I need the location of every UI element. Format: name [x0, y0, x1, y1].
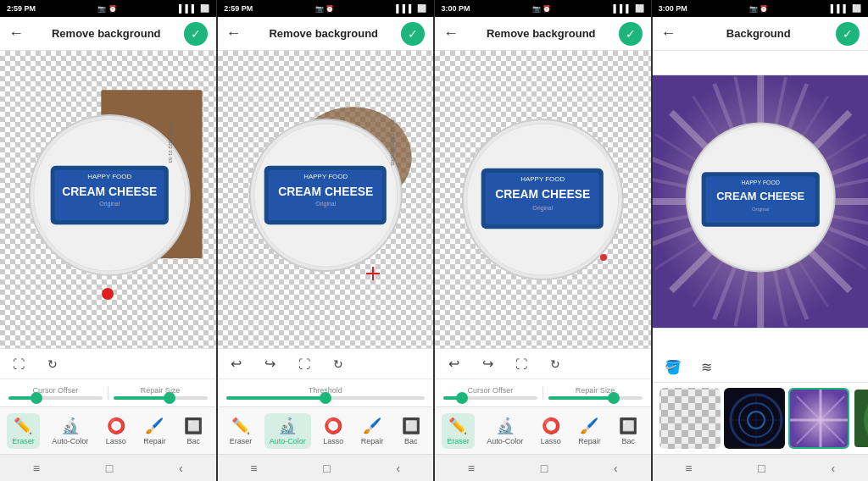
- slider-divider-3: [542, 386, 543, 400]
- tool-repair-3[interactable]: 🖌️ Repair: [573, 413, 606, 449]
- icons-4: 📷 ⏰: [749, 5, 768, 13]
- bottom-back-2[interactable]: ‹: [379, 458, 417, 478]
- icon-toolbar-3: ↩ ↪ ⛶ ↻: [435, 349, 651, 379]
- icons-1: 📷 ⏰: [97, 5, 116, 13]
- paint-bucket-btn[interactable]: 🪣: [661, 356, 685, 379]
- slider-threshold-track-2[interactable]: [226, 396, 426, 400]
- expand-btn-3[interactable]: ⛶: [509, 352, 533, 376]
- dark-spiral-svg: [726, 390, 785, 449]
- slider-repair-3: Repair Size: [548, 386, 643, 400]
- pattern-btn[interactable]: ≋: [695, 356, 719, 379]
- rotate-btn-3[interactable]: ↻: [543, 352, 567, 376]
- bg-thumb-purple-spiky[interactable]: [788, 388, 849, 449]
- tool-eraser-2[interactable]: ✏️ Eraser: [225, 413, 258, 449]
- panel-2-canvas[interactable]: CREAM CHEESE Original HAPPY FOOD 15:12 C…: [218, 51, 434, 348]
- icons-3: 📷 ⏰: [532, 5, 551, 13]
- tool-repair-1[interactable]: 🖌️ Repair: [138, 413, 171, 449]
- confirm-btn-1[interactable]: ✓: [184, 22, 208, 46]
- tool-lasso-1[interactable]: ⭕ Lasso: [101, 413, 131, 449]
- bottom-nav-1: ≡ □ ‹: [0, 454, 216, 481]
- time-1: 2:59 PM: [7, 4, 36, 13]
- bottom-home-2[interactable]: □: [306, 458, 347, 478]
- undo-btn-3[interactable]: ↩: [442, 352, 465, 376]
- rotate-btn-2[interactable]: ↻: [326, 352, 350, 376]
- redo-btn-2[interactable]: ↪: [259, 352, 282, 376]
- green-leaf-svg: [854, 390, 869, 449]
- slider-threshold-thumb-2[interactable]: [320, 392, 331, 404]
- eraser-label-2: Eraser: [230, 437, 253, 445]
- slider-repair-track-1[interactable]: [114, 396, 208, 400]
- repair-icon-1: 🖌️: [145, 417, 164, 435]
- eraser-icon-1: ✏️: [14, 417, 32, 435]
- slider-repair-fill-1: [114, 396, 170, 400]
- svg-text:HAPPY FOOD: HAPPY FOOD: [87, 173, 131, 180]
- slider-cursor-thumb-1[interactable]: [31, 392, 42, 404]
- slider-repair-label-3: Repair Size: [548, 386, 643, 395]
- repair-label-2: Repair: [361, 437, 384, 445]
- confirm-btn-3[interactable]: ✓: [619, 22, 643, 46]
- slider-cursor-track-3[interactable]: [443, 396, 537, 400]
- bottom-home-4[interactable]: □: [741, 458, 782, 478]
- svg-text:15:12  CE2020/06/65: 15:12 CE2020/06/65: [389, 119, 394, 166]
- battery-2: ▌▌▌ ⬜: [396, 4, 426, 13]
- tool-repair-2[interactable]: 🖌️ Repair: [356, 413, 389, 449]
- slider-repair-thumb-1[interactable]: [164, 392, 175, 404]
- bottom-back-4[interactable]: ‹: [814, 458, 852, 478]
- bac-icon-2: 🔲: [402, 417, 420, 435]
- redo-btn-3[interactable]: ↪: [476, 352, 499, 376]
- back-btn-2[interactable]: ←: [226, 25, 247, 42]
- svg-text:Original: Original: [99, 201, 120, 207]
- tool-lasso-3[interactable]: ⭕ Lasso: [536, 413, 566, 449]
- confirm-btn-2[interactable]: ✓: [401, 22, 425, 46]
- back-btn-3[interactable]: ←: [443, 25, 464, 42]
- slider-cursor-track-1[interactable]: [8, 396, 103, 400]
- svg-text:CREAM CHEESE: CREAM CHEESE: [495, 187, 590, 201]
- tool-eraser-1[interactable]: ✏️ Eraser: [7, 413, 40, 449]
- slider-repair-track-3[interactable]: [548, 396, 643, 400]
- bottom-nav-2: ≡ □ ‹: [218, 454, 434, 481]
- tool-bac-1[interactable]: 🔲 Bac: [178, 413, 209, 449]
- bottom-menu-1[interactable]: ≡: [16, 458, 57, 478]
- tool-bac-2[interactable]: 🔲 Bac: [396, 413, 426, 449]
- time-3: 3:00 PM: [442, 4, 470, 13]
- bottom-menu-4[interactable]: ≡: [668, 458, 709, 478]
- tool-eraser-3[interactable]: ✏️ Eraser: [442, 413, 475, 449]
- bottom-home-1[interactable]: □: [89, 458, 130, 478]
- back-btn-4[interactable]: ←: [661, 25, 682, 42]
- bottom-menu-3[interactable]: ≡: [451, 458, 492, 478]
- bg-thumb-dark-spiral[interactable]: [724, 388, 785, 449]
- tool-autocolor-1[interactable]: 🔬 Auto-Color: [47, 413, 93, 449]
- rotate-btn-1[interactable]: ↻: [41, 352, 64, 376]
- canvas-image-1: CREAM CHEESE Original HAPPY FOOD 08/09/2…: [0, 51, 216, 348]
- slider-repair-thumb-3[interactable]: [608, 392, 620, 404]
- panel-3-canvas[interactable]: CREAM CHEESE Original HAPPY FOOD: [435, 51, 651, 348]
- bottom-home-3[interactable]: □: [524, 458, 565, 478]
- back-btn-1[interactable]: ←: [8, 25, 29, 42]
- panel-2: ← Remove background ✓ CREAM CHEESE Origi…: [217, 17, 435, 481]
- undo-btn-2[interactable]: ↩: [225, 352, 248, 376]
- tool-palette-2: ✏️ Eraser 🔬 Auto-Color ⭕ Lasso 🖌️ Repair…: [218, 406, 434, 454]
- tool-bac-3[interactable]: 🔲 Bac: [613, 413, 643, 449]
- bg-thumb-green-leaf[interactable]: [853, 388, 869, 449]
- svg-text:Original: Original: [315, 201, 336, 207]
- crosshair-cursor-2: [366, 267, 380, 280]
- panel-1-canvas: CREAM CHEESE Original HAPPY FOOD 08/09/2…: [0, 51, 216, 348]
- bottom-back-1[interactable]: ‹: [162, 458, 200, 478]
- expand-btn-2[interactable]: ⛶: [292, 352, 316, 376]
- slider-row-1: Cursor Offser Repair Size: [0, 379, 216, 406]
- tool-autocolor-2[interactable]: 🔬 Auto-Color: [264, 413, 311, 449]
- bg-canvas-image: CREAM CHEESE Original HAPPY FOOD: [653, 51, 869, 352]
- expand-btn-1[interactable]: ⛶: [7, 352, 31, 376]
- bg-thumb-checker[interactable]: [659, 388, 721, 449]
- battery-3: ▌▌▌ ⬜: [614, 4, 644, 13]
- purple-spiky-svg: [790, 390, 849, 449]
- bottom-menu-2[interactable]: ≡: [233, 458, 274, 478]
- slider-cursor-thumb-3[interactable]: [456, 392, 468, 404]
- lasso-label-1: Lasso: [106, 437, 126, 445]
- svg-text:CREAM CHEESE: CREAM CHEESE: [62, 185, 157, 198]
- tool-autocolor-3[interactable]: 🔬 Auto-Color: [481, 413, 528, 449]
- confirm-btn-4[interactable]: ✓: [836, 22, 860, 46]
- bottom-back-3[interactable]: ‹: [597, 458, 635, 478]
- tool-lasso-2[interactable]: ⭕ Lasso: [318, 413, 348, 449]
- repair-label-3: Repair: [578, 437, 601, 445]
